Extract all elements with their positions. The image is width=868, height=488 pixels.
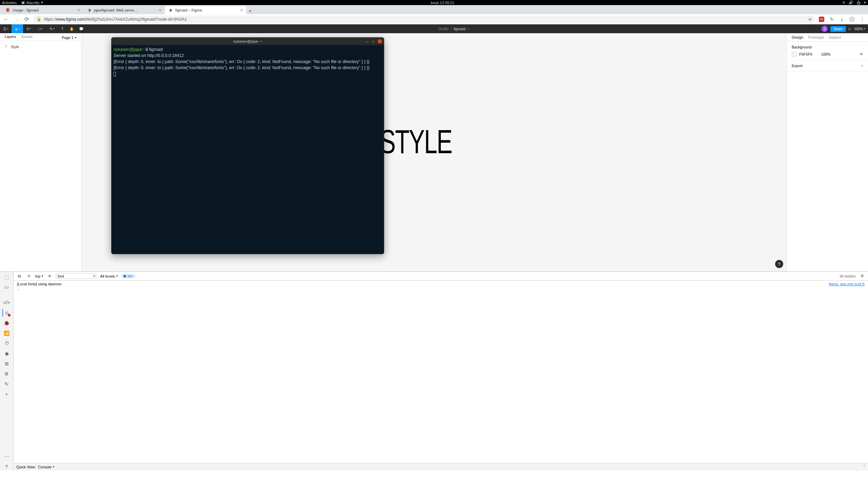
- design-panel: Design Prototype Inspect Background F5F5…: [787, 33, 868, 271]
- console-log[interactable]: [Local fonts] using daemon figma_app.min…: [14, 281, 868, 463]
- share-button[interactable]: Share: [830, 26, 846, 32]
- background-hex[interactable]: F5F5F5: [799, 52, 812, 56]
- source-link[interactable]: figma_app.min.js.br:5: [829, 282, 865, 286]
- zoom-select[interactable]: 300%▾: [854, 27, 865, 31]
- console-panel-icon[interactable]: ⎚: [3, 309, 11, 317]
- browser-tab-strip: 📕 Usage - figmaid × ◑ jqpe/figmaid: Web …: [0, 5, 868, 14]
- refresh-ext-icon[interactable]: ↻: [829, 16, 835, 22]
- network-panel-icon[interactable]: 📶: [3, 329, 11, 337]
- text-layer-icon: T: [5, 45, 8, 49]
- log-levels-selector[interactable]: All levels▾: [100, 274, 117, 278]
- close-button[interactable]: ×: [378, 39, 382, 43]
- memory-panel-icon[interactable]: ◉: [3, 350, 11, 357]
- url-text: https://www.figma.com/file/ttj2XaSJmu7AV…: [44, 17, 806, 22]
- browser-tab[interactable]: ◑ jqpe/figmaid: Web serve… ×: [83, 6, 165, 14]
- layers-tab[interactable]: Layers: [5, 35, 16, 41]
- kebab-menu-icon[interactable]: ⋮: [859, 16, 865, 22]
- browser-tab[interactable]: 📕 Usage - figmaid ×: [2, 6, 83, 14]
- live-expression-icon[interactable]: 👁: [46, 273, 53, 279]
- activities-button[interactable]: Activities: [2, 0, 17, 5]
- help-icon[interactable]: ?: [3, 463, 11, 470]
- back-button[interactable]: ←: [3, 16, 9, 23]
- network-icon[interactable]: ⋔: [842, 0, 845, 5]
- terminal-line: Server started on http://0.0.0.0:18412: [114, 53, 184, 58]
- canvas-text-element[interactable]: STYLE: [380, 127, 452, 157]
- close-tab-icon[interactable]: ×: [159, 7, 161, 13]
- browser-tab-active[interactable]: ◉ figmaid – Figma ×: [165, 6, 246, 14]
- issue-dot-icon: [123, 275, 126, 278]
- extension-badge[interactable]: 16: [818, 16, 825, 22]
- context-selector[interactable]: top▾: [35, 274, 43, 278]
- user-avatar[interactable]: J: [822, 26, 828, 32]
- address-bar[interactable]: 🔒 https://www.figma.com/file/ttj2XaSJmu7…: [33, 16, 815, 23]
- visibility-toggle-icon[interactable]: 👁: [860, 52, 863, 56]
- hand-tool[interactable]: ✋: [67, 24, 77, 33]
- hidden-count[interactable]: 36 hidden: [840, 274, 856, 278]
- security-panel-icon[interactable]: ⚙: [3, 370, 11, 378]
- quick-view-selector[interactable]: Console▾: [38, 465, 54, 469]
- background-opacity[interactable]: 100%: [821, 52, 831, 56]
- page-selector[interactable]: Page 1▾: [62, 35, 76, 41]
- sources-panel-icon[interactable]: 🐞: [3, 319, 11, 327]
- breadcrumb-file[interactable]: figmaid: [454, 27, 466, 31]
- reload-button[interactable]: ⟳: [23, 16, 30, 23]
- chevron-down-icon[interactable]: ▾: [468, 27, 469, 30]
- inspect-element-icon[interactable]: ⬚: [3, 273, 11, 281]
- downloads-icon[interactable]: ⭳: [839, 16, 845, 22]
- shape-tool[interactable]: □▾: [35, 24, 46, 33]
- install-app-icon[interactable]: ⊕: [808, 17, 812, 22]
- background-swatch[interactable]: [792, 52, 796, 57]
- clock[interactable]: kesä 13 09:21: [43, 1, 842, 5]
- elements-panel-icon[interactable]: </>: [3, 299, 11, 306]
- lock-icon[interactable]: 🔒: [37, 17, 41, 21]
- lighthouse-panel-icon[interactable]: ↻: [3, 380, 11, 388]
- close-tab-icon[interactable]: ×: [77, 7, 80, 13]
- frame-tool[interactable]: #▾: [23, 24, 35, 33]
- maximize-button[interactable]: □: [372, 40, 374, 43]
- inspect-tab[interactable]: Inspect: [829, 35, 841, 41]
- add-panel-icon[interactable]: +: [3, 390, 11, 398]
- help-button[interactable]: ?: [775, 260, 783, 268]
- console-settings-icon[interactable]: ⚙: [859, 273, 865, 279]
- prototype-tab[interactable]: Prototype: [808, 35, 824, 41]
- terminal-cursor: [114, 72, 116, 77]
- comment-tool[interactable]: 💬: [77, 24, 86, 33]
- issues-chip[interactable]: 99+: [121, 274, 136, 279]
- console-filter-input[interactable]: [56, 273, 97, 279]
- clear-filter-icon[interactable]: ⊗: [93, 274, 96, 278]
- figma-canvas[interactable]: STYLE nykanen@jape: ~ — □ × nykanen@jape…: [81, 33, 787, 271]
- terminal-titlebar[interactable]: nykanen@jape: ~ — □ ×: [112, 38, 384, 45]
- close-tab-icon[interactable]: ×: [240, 7, 243, 13]
- export-section-title: Export: [792, 64, 803, 68]
- clear-console-icon[interactable]: ⊘: [26, 273, 32, 279]
- figma-body: Layers Assets Page 1▾ T Style STYLE nyka…: [0, 33, 868, 271]
- figma-menu[interactable]: ☰▾: [0, 24, 12, 33]
- console-prompt[interactable]: ›: [14, 287, 868, 292]
- profile-avatar[interactable]: [849, 16, 855, 22]
- performance-panel-icon[interactable]: ⏱: [3, 340, 11, 347]
- sidebar-toggle-icon[interactable]: ▤: [16, 273, 22, 279]
- favicon-book-icon: 📕: [5, 8, 10, 13]
- app-menu[interactable]: ▣ Alacritty ▾: [21, 0, 43, 5]
- application-panel-icon[interactable]: ⊞: [3, 360, 11, 367]
- more-tools-icon[interactable]: ⋯: [3, 453, 11, 460]
- pen-tool[interactable]: ✎▾: [46, 24, 58, 33]
- chevron-down-icon[interactable]: ▾: [864, 0, 866, 5]
- minimize-button[interactable]: —: [366, 40, 369, 43]
- text-tool[interactable]: T: [58, 24, 67, 33]
- add-export-icon[interactable]: +: [861, 64, 863, 68]
- assets-tab[interactable]: Assets: [21, 35, 33, 41]
- collapse-drawer-icon[interactable]: ˄: [863, 465, 865, 469]
- forward-button[interactable]: →: [13, 16, 20, 23]
- present-button[interactable]: ▷: [849, 27, 851, 31]
- design-tab[interactable]: Design: [792, 35, 803, 41]
- breadcrumb-root[interactable]: Drafts: [438, 27, 448, 31]
- terminal-body[interactable]: nykanen@jape:~$ figmaid Server started o…: [112, 45, 384, 254]
- move-tool[interactable]: ▲▾: [12, 24, 23, 33]
- devtools: ⬚ ▭ </> ⎚ 🐞 📶 ⏱ ◉ ⊞ ⚙ ↻ + ⋯ ? ▤ ⊘ top▾ 👁…: [0, 271, 868, 470]
- power-icon[interactable]: ⏻: [857, 1, 861, 5]
- new-tab-button[interactable]: +: [246, 8, 254, 14]
- layer-item[interactable]: T Style: [5, 44, 76, 50]
- volume-icon[interactable]: 🔊: [849, 0, 853, 5]
- device-toolbar-icon[interactable]: ▭: [3, 283, 11, 291]
